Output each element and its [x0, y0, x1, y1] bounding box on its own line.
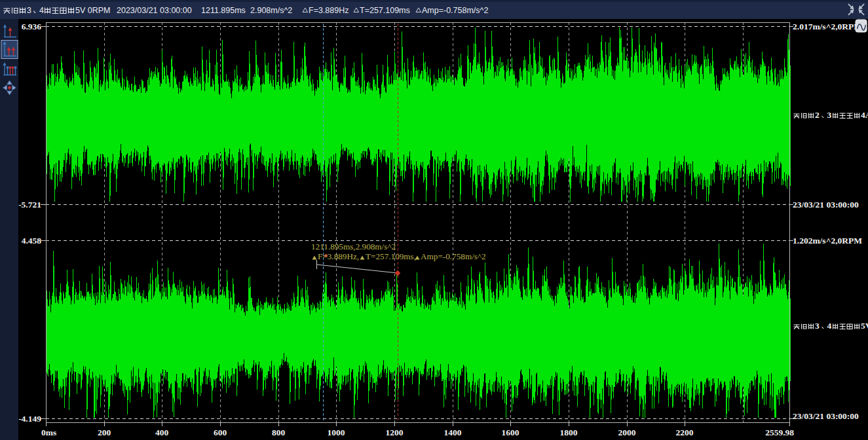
svg-text:3: 3 — [815, 321, 820, 331]
svg-text:Amp=-0.758m/s^2: Amp=-0.758m/s^2 — [421, 251, 486, 261]
svg-text:5V: 5V — [861, 321, 868, 331]
svg-text:F=3.889Hz,: F=3.889Hz, — [318, 251, 359, 261]
svg-text:2.908m/s^2: 2.908m/s^2 — [250, 6, 292, 15]
svg-text:-4.149: -4.149 — [18, 414, 41, 424]
svg-text:1200: 1200 — [386, 428, 404, 437]
svg-text:4: 4 — [39, 6, 44, 15]
svg-text:1211.895ms: 1211.895ms — [201, 6, 246, 15]
svg-text:6.936: 6.936 — [22, 22, 42, 31]
svg-text:2000: 2000 — [618, 428, 636, 437]
svg-text:T=257.109ms: T=257.109ms — [360, 6, 410, 15]
svg-text:4A: 4A — [861, 110, 868, 120]
svg-text:0ms: 0ms — [41, 428, 56, 437]
svg-text:1400: 1400 — [444, 428, 462, 437]
svg-text:1600: 1600 — [502, 428, 519, 437]
svg-text:3: 3 — [827, 110, 832, 120]
svg-text:2.017m/s^2,0RPM: 2.017m/s^2,0RPM — [793, 22, 862, 31]
svg-text:2: 2 — [815, 110, 820, 120]
svg-text:2559.98: 2559.98 — [765, 428, 794, 437]
svg-text:23/03/21 03:00:00: 23/03/21 03:00:00 — [793, 200, 859, 210]
svg-text:2200: 2200 — [676, 428, 694, 437]
svg-text:4.458: 4.458 — [22, 236, 42, 246]
svg-text:800: 800 — [272, 428, 286, 437]
svg-text:Amp=-0.758m/s^2: Amp=-0.758m/s^2 — [422, 6, 488, 15]
svg-text:5V 0RPM: 5V 0RPM — [75, 6, 111, 15]
svg-text:600: 600 — [214, 428, 227, 437]
svg-text:1800: 1800 — [560, 428, 578, 437]
svg-text:2023/03/21 03:00:00: 2023/03/21 03:00:00 — [117, 6, 192, 15]
svg-text:F=3.889Hz: F=3.889Hz — [309, 6, 349, 15]
svg-text:4: 4 — [827, 321, 832, 331]
svg-text:23/03/21 03:00:00: 23/03/21 03:00:00 — [793, 411, 859, 421]
svg-text:1.202m/s^2,0RPM: 1.202m/s^2,0RPM — [793, 236, 862, 246]
svg-text:200: 200 — [98, 428, 111, 437]
svg-text:1000: 1000 — [328, 428, 345, 437]
svg-text:3: 3 — [27, 6, 31, 15]
svg-text:400: 400 — [155, 428, 169, 437]
svg-text:-5.721: -5.721 — [18, 200, 41, 210]
svg-text:T=257.109ms,: T=257.109ms, — [366, 251, 416, 261]
svg-text:1211.895ms,2.908m/s^2: 1211.895ms,2.908m/s^2 — [311, 242, 396, 251]
